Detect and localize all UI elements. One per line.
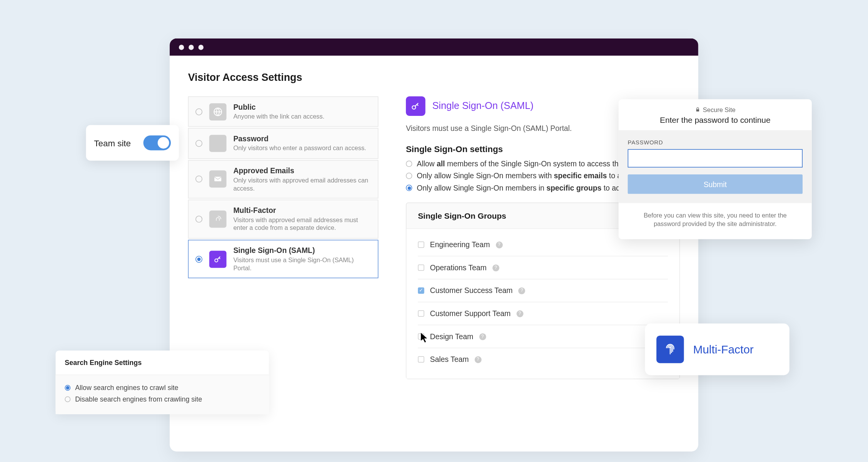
option-multi-factor[interactable]: Multi-Factor Visitors with approved emai… (188, 200, 379, 239)
group-list: Engineering Team ? Operations Team ? Cus… (406, 229, 679, 379)
window-minimize-dot[interactable] (189, 44, 194, 49)
group-row[interactable]: Sales Team ? (418, 348, 668, 370)
radio-icon[interactable] (406, 172, 412, 179)
option-title: Password (233, 134, 371, 143)
key-icon (406, 96, 426, 116)
option-desc: Visitors with approved email addresses m… (233, 216, 371, 233)
radio-icon[interactable] (406, 185, 412, 191)
svg-point-3 (412, 106, 416, 109)
radio-icon[interactable] (65, 385, 70, 391)
group-name: Sales Team (430, 355, 469, 363)
checkbox[interactable] (418, 287, 424, 293)
option-title: Approved Emails (233, 166, 371, 174)
radio-approved-emails[interactable] (195, 176, 202, 183)
group-name: Engineering Team (430, 240, 490, 249)
group-name: Operations Team (430, 263, 487, 272)
checkbox[interactable] (418, 241, 424, 248)
globe-icon (209, 103, 227, 121)
window-maximize-dot[interactable] (199, 44, 204, 49)
help-icon[interactable]: ? (479, 333, 486, 340)
checkbox[interactable] (418, 264, 424, 271)
radio-icon[interactable] (406, 161, 412, 167)
option-title: Multi-Factor (233, 206, 371, 214)
multi-factor-label: Multi-Factor (693, 343, 753, 356)
key-icon (209, 251, 227, 268)
group-name: Customer Support Team (430, 309, 511, 318)
svg-point-2 (215, 259, 218, 262)
cursor-icon (421, 333, 429, 343)
password-panel-title: Enter the password to continue (628, 115, 803, 124)
help-icon[interactable]: ? (516, 310, 523, 317)
group-row[interactable]: Customer Success Team ? (418, 280, 668, 303)
option-sso[interactable]: Single Sign-On (SAML) Visitors must use … (188, 239, 379, 278)
password-note: Before you can view this site, you need … (619, 203, 812, 239)
search-engine-card: Search Engine Settings Allow search engi… (56, 350, 269, 414)
radio-multi-factor[interactable] (195, 216, 202, 223)
access-options-list: Public Anyone with the link can access. … (188, 96, 379, 379)
password-panel: Secure Site Enter the password to contin… (619, 99, 812, 239)
lock-icon (695, 107, 701, 112)
detail-title: Single Sign-On (SAML) (432, 100, 533, 112)
help-icon[interactable]: ? (474, 356, 481, 363)
team-site-card: Team site (86, 125, 179, 161)
svg-rect-4 (696, 109, 699, 112)
option-password[interactable]: Password Only visitors who enter a passw… (188, 128, 379, 159)
help-icon[interactable]: ? (518, 287, 525, 294)
option-title: Single Sign-On (SAML) (233, 246, 371, 254)
submit-button[interactable]: Submit (628, 174, 803, 194)
option-title: Public (233, 103, 371, 111)
envelope-icon (209, 171, 227, 188)
option-desc: Visitors must use a Single Sign-On (SAML… (233, 256, 371, 272)
multi-factor-card: Multi-Factor (645, 323, 789, 375)
search-engine-title: Search Engine Settings (56, 350, 269, 375)
radio-public[interactable] (195, 108, 202, 115)
radio-sso[interactable] (195, 256, 202, 263)
secure-site-label: Secure Site (628, 106, 803, 113)
radio-icon[interactable] (65, 397, 70, 402)
window-close-dot[interactable] (179, 44, 184, 49)
group-row[interactable]: Design Team ? (418, 325, 668, 348)
option-desc: Only visitors with approved email addres… (233, 176, 371, 192)
password-input[interactable] (628, 149, 803, 167)
option-desc: Only visitors who enter a password can a… (233, 144, 371, 152)
page-title: Visitor Access Settings (188, 72, 680, 84)
option-desc: Anyone with the link can access. (233, 112, 371, 121)
search-disable-option[interactable]: Disable search engines from crawling sit… (65, 393, 260, 405)
fingerprint-icon (209, 211, 227, 228)
checkbox[interactable] (418, 356, 424, 362)
group-name: Design Team (430, 332, 474, 341)
password-field-label: PASSWORD (628, 139, 803, 146)
search-allow-option[interactable]: Allow search engines to crawl site (65, 382, 260, 393)
asterisk-icon (209, 135, 227, 152)
option-public[interactable]: Public Anyone with the link can access. (188, 96, 379, 127)
team-site-label: Team site (94, 138, 131, 147)
help-icon[interactable]: ? (492, 264, 499, 271)
team-site-toggle[interactable] (144, 136, 171, 151)
help-icon[interactable]: ? (496, 241, 502, 248)
option-approved-emails[interactable]: Approved Emails Only visitors with appro… (188, 160, 379, 199)
svg-rect-1 (214, 177, 221, 182)
group-row[interactable]: Customer Support Team ? (418, 302, 668, 325)
fingerprint-icon (656, 336, 684, 363)
radio-password[interactable] (195, 140, 202, 147)
group-name: Customer Success Team (430, 286, 513, 295)
group-row[interactable]: Operations Team ? (418, 256, 668, 280)
window-titlebar (170, 38, 698, 56)
checkbox[interactable] (418, 310, 424, 316)
